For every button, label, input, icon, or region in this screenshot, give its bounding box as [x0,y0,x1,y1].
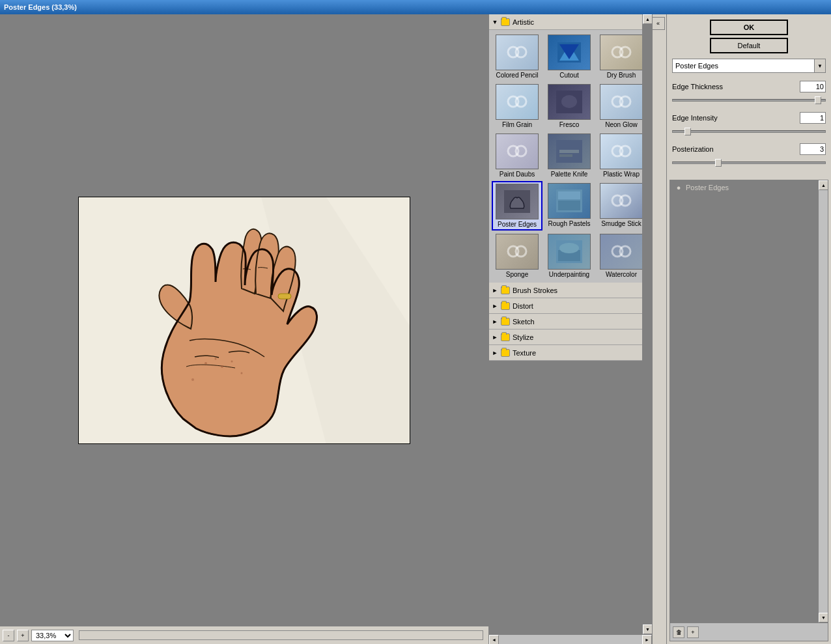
category-sketch[interactable]: ►Sketch [489,314,642,329]
effects-preview-header: ● Poster Edges [670,180,818,195]
canvas-area: - + 33,3% [0,14,488,644]
filter-thumb-smudge-stick [600,183,642,219]
artistic-expand-arrow: ▼ [492,19,498,25]
filter-thumb-paint-daubs [496,133,539,169]
main-container: - + 33,3% ▼ Artistic Co [0,14,831,644]
posterization-input[interactable] [800,143,826,155]
filter-scroll-left[interactable]: ◄ [489,635,499,644]
posterization-track [672,161,826,164]
svg-point-36 [516,246,526,257]
edge-thickness-thumb[interactable] [815,96,821,104]
filter-hscroll-track [499,635,642,644]
settings-collapse-button[interactable]: « [652,17,665,30]
svg-point-10 [516,47,526,57]
zoom-plus-button[interactable]: + [17,630,29,641]
filter-scroll-up[interactable]: ▲ [643,14,652,24]
stylize-expand-arrow: ► [492,334,498,341]
brush-strokes-label: Brush Strokes [513,287,557,294]
canvas-statusbar: - + 33,3% [0,626,488,644]
svg-point-4 [215,357,217,359]
filter-item-plastic-wrap[interactable]: Plastic Wrap [596,132,642,180]
effects-layer-label: Poster Edges [686,184,729,191]
effects-preview: ● Poster Edges ▲ ▼ 🗑 + [669,180,828,641]
filter-name-fresco: Fresco [559,121,580,128]
effects-add-button[interactable]: + [687,626,699,638]
category-distort[interactable]: ►Distort [489,298,642,314]
filter-item-palette-knife[interactable]: Palette Knife [544,132,595,180]
default-button[interactable]: Default [710,38,788,53]
svg-point-39 [559,243,579,253]
settings-controls: ▼ Edge Thickness Edge Intensity [667,53,831,177]
filter-name-rough-pastels: Rough Pastels [548,220,590,227]
filter-item-watercolor[interactable]: Watercolor [596,232,642,280]
filter-item-dry-brush[interactable]: Dry Brush [596,33,642,81]
effects-eye-icon[interactable]: ● [674,183,683,192]
distort-expand-arrow: ► [492,303,498,309]
zoom-minus-button[interactable]: - [3,630,14,641]
canvas-image [78,197,410,444]
filter-item-fresco[interactable]: Fresco [544,82,595,130]
edge-thickness-input[interactable] [800,81,826,92]
sketch-expand-arrow: ► [492,318,498,325]
filter-scroll-track [643,24,652,624]
filter-item-colored-pencil[interactable]: Colored Pencil [492,33,542,81]
category-texture[interactable]: ►Texture [489,345,642,361]
svg-rect-31 [558,191,580,199]
edge-intensity-slider[interactable] [672,128,826,135]
filter-name-poster-edges: Poster Edges [498,221,537,228]
artistic-label: Artistic [513,18,534,26]
filter-name-watercolor: Watercolor [606,271,637,278]
edge-intensity-thumb[interactable] [684,128,691,135]
effects-preview-content [670,195,818,623]
title-text: Poster Edges (33,3%) [4,3,77,11]
horizontal-scrollbar[interactable] [79,630,483,640]
filter-hscrollbar[interactable]: ◄ ► [489,634,652,644]
category-stylize[interactable]: ►Stylize [489,329,642,345]
texture-label: Texture [513,349,536,357]
effects-scroll-up[interactable]: ▲ [819,180,828,190]
filter-item-underpainting[interactable]: Underpainting [544,232,595,280]
filter-dropdown-arrow[interactable]: ▼ [814,59,826,73]
filter-item-smudge-stick[interactable]: Smudge Stick [596,181,642,231]
filter-name-sponge: Sponge [506,271,528,278]
zoom-select[interactable]: 33,3% [31,630,74,641]
filter-name-underpainting: Underpainting [549,271,589,278]
sketch-folder-icon [501,318,510,326]
effects-scroll-down[interactable]: ▼ [819,613,828,623]
svg-rect-26 [559,154,572,157]
svg-point-5 [221,365,223,368]
category-artistic[interactable]: ▼ Artistic [489,14,642,30]
svg-point-17 [516,96,526,107]
filter-item-film-grain[interactable]: Film Grain [492,82,542,130]
artistic-folder-icon [501,18,510,26]
svg-point-3 [204,362,207,365]
texture-expand-arrow: ► [492,350,498,356]
filter-name-palette-knife: Palette Knife [551,171,588,178]
filter-scroll-right[interactable]: ► [642,635,652,644]
edge-thickness-slider[interactable] [672,96,826,104]
settings-panel: « OK Default ▼ Edge Thickn [653,14,831,644]
filter-item-cutout[interactable]: Cutout [544,33,595,81]
posterization-slider[interactable] [672,159,826,167]
artistic-filter-grid: Colored PencilCutoutDry BrushFilm GrainF… [489,30,642,283]
filter-item-poster-edges[interactable]: Poster Edges [492,181,542,231]
filter-dropdown[interactable] [672,59,815,73]
filter-thumb-underpainting [548,234,591,270]
filter-panel: ▼ Artistic Colored PencilCutoutDry Brush… [488,14,653,644]
filter-scroll-down[interactable]: ▼ [643,624,652,634]
edge-intensity-input[interactable] [800,112,826,124]
svg-point-8 [241,372,243,374]
category-brush-strokes[interactable]: ►Brush Strokes [489,283,642,298]
filter-item-neon-glow[interactable]: Neon Glow [596,82,642,130]
svg-point-15 [620,47,630,57]
filter-thumb-colored-pencil [496,35,539,70]
title-bar: Poster Edges (33,3%) [0,0,831,14]
svg-point-28 [620,146,630,156]
posterization-thumb[interactable] [715,159,722,167]
distort-label: Distort [513,302,533,310]
filter-item-sponge[interactable]: Sponge [492,232,542,280]
effects-delete-button[interactable]: 🗑 [673,626,684,638]
ok-button[interactable]: OK [710,20,788,35]
filter-item-rough-pastels[interactable]: Rough Pastels [544,181,595,231]
filter-item-paint-daubs[interactable]: Paint Daubs [492,132,542,180]
